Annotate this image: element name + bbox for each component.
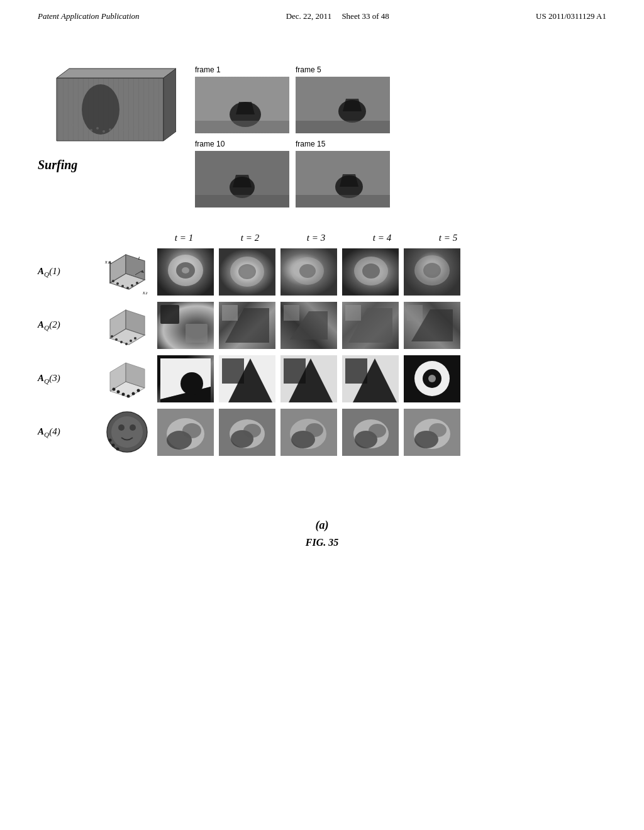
svg-point-46 xyxy=(116,282,119,285)
svg-point-62 xyxy=(238,264,256,279)
grid-row-4: AQ(4) xyxy=(38,409,606,456)
svg-point-76 xyxy=(130,340,132,342)
time-header-5: t = 5 xyxy=(415,233,481,243)
grid-img-4-4 xyxy=(342,409,399,456)
svg-point-114 xyxy=(111,416,143,448)
svg-marker-30 xyxy=(343,99,362,111)
svg-marker-57 xyxy=(109,261,111,263)
cube-1-svg: x₁ x₂ t xyxy=(104,248,151,296)
frames-grid: frame 1 frame xyxy=(195,65,390,208)
svg-point-94 xyxy=(127,395,130,398)
svg-rect-79 xyxy=(186,324,208,343)
svg-point-60 xyxy=(182,267,189,274)
grid-img-3-3 xyxy=(280,355,337,402)
surfing-3d-box-svg xyxy=(38,65,176,163)
grid-img-2-2 xyxy=(219,302,275,349)
frame-15-label: frame 15 xyxy=(296,140,325,148)
svg-point-95 xyxy=(132,392,135,396)
svg-rect-85 xyxy=(345,305,361,321)
svg-point-72 xyxy=(111,335,113,338)
row-1-images xyxy=(157,248,460,296)
time-headers: t = 1 t = 2 t = 3 t = 4 t = 5 xyxy=(151,233,606,243)
svg-point-13 xyxy=(121,129,124,131)
grid-img-3-2 xyxy=(219,355,275,402)
svg-point-112 xyxy=(428,375,436,382)
caption-fig-label: FIG. 35 xyxy=(38,537,606,548)
grid-rows: AQ(1) xyxy=(38,248,606,456)
svg-point-123 xyxy=(182,423,201,438)
svg-point-119 xyxy=(116,448,119,451)
row-4-images xyxy=(157,409,460,456)
svg-point-11 xyxy=(109,128,111,131)
frame-10-label: frame 10 xyxy=(195,140,225,148)
grid-img-1-5 xyxy=(404,248,460,296)
cube-2-svg xyxy=(104,302,151,349)
svg-point-15 xyxy=(134,126,136,128)
svg-marker-35 xyxy=(233,175,252,187)
row-label-1: AQ(1) xyxy=(38,266,101,278)
caption-section: (a) FIG. 35 xyxy=(38,519,606,548)
svg-point-10 xyxy=(103,130,105,133)
svg-marker-40 xyxy=(340,174,358,187)
svg-point-5 xyxy=(71,124,74,126)
frame-10-item: frame 10 xyxy=(195,140,289,208)
svg-point-115 xyxy=(118,424,125,431)
svg-rect-78 xyxy=(160,305,179,324)
main-content: Surfing frame 1 xyxy=(0,21,644,548)
frame-15-item: frame 15 xyxy=(296,140,390,208)
svg-point-73 xyxy=(115,338,118,341)
row-2-images xyxy=(157,302,460,349)
header-sheet: Sheet 33 of 48 xyxy=(341,11,389,21)
grid-img-1-2 xyxy=(219,248,275,296)
svg-point-47 xyxy=(121,285,124,287)
svg-point-8 xyxy=(90,129,92,131)
svg-point-64 xyxy=(299,264,316,278)
grid-row-1: AQ(1) xyxy=(38,248,606,296)
row-label-text-4: AQ(4) xyxy=(38,426,60,438)
grid-img-3-1 xyxy=(157,355,214,402)
grid-img-2-4 xyxy=(342,302,399,349)
grid-row-2: AQ(2) xyxy=(38,302,606,349)
svg-point-48 xyxy=(126,287,129,289)
svg-point-135 xyxy=(369,424,386,438)
frame-1-svg xyxy=(195,77,289,133)
svg-point-49 xyxy=(131,284,133,287)
svg-text:x₁: x₁ xyxy=(104,259,109,265)
row-3-cube xyxy=(104,355,151,402)
grid-img-3-5 xyxy=(404,355,460,402)
svg-point-45 xyxy=(112,280,114,282)
time-header-2: t = 2 xyxy=(217,233,283,243)
header-patent-number: US 2011/0311129 A1 xyxy=(536,11,606,21)
surfing-label: Surfing xyxy=(38,158,77,172)
bottom-grid-section: t = 1 t = 2 t = 3 t = 4 t = 5 AQ(1) xyxy=(38,233,606,456)
svg-point-17 xyxy=(147,126,149,129)
time-header-3: t = 3 xyxy=(283,233,349,243)
grid-img-2-3 xyxy=(280,302,337,349)
frame-10-image xyxy=(195,151,289,208)
frame-1-label: frame 1 xyxy=(195,65,221,74)
time-header-1: t = 1 xyxy=(151,233,217,243)
svg-point-7 xyxy=(84,126,86,128)
time-header-4: t = 4 xyxy=(349,233,415,243)
grid-img-4-5 xyxy=(404,409,460,456)
row-4-cube xyxy=(104,409,151,456)
svg-point-92 xyxy=(117,390,120,394)
svg-rect-36 xyxy=(195,195,289,208)
svg-point-93 xyxy=(122,393,125,396)
svg-rect-105 xyxy=(284,358,306,384)
frame-1-image xyxy=(195,77,289,133)
svg-point-16 xyxy=(140,128,143,131)
frame-5-label: frame 5 xyxy=(296,65,321,74)
frame-15-svg xyxy=(296,151,390,208)
svg-point-131 xyxy=(306,423,323,437)
frame-5-item: frame 5 xyxy=(296,65,390,133)
svg-point-77 xyxy=(134,337,136,340)
frame-15-image xyxy=(296,151,390,208)
frame-10-svg xyxy=(195,151,289,208)
svg-point-14 xyxy=(128,127,130,130)
row-label-4: AQ(4) xyxy=(38,426,101,438)
header-date: Dec. 22, 2011 xyxy=(286,11,331,21)
page-header: Patent Application Publication Dec. 22, … xyxy=(0,0,644,21)
frame-1-item: frame 1 xyxy=(195,65,289,133)
svg-point-66 xyxy=(362,263,380,279)
